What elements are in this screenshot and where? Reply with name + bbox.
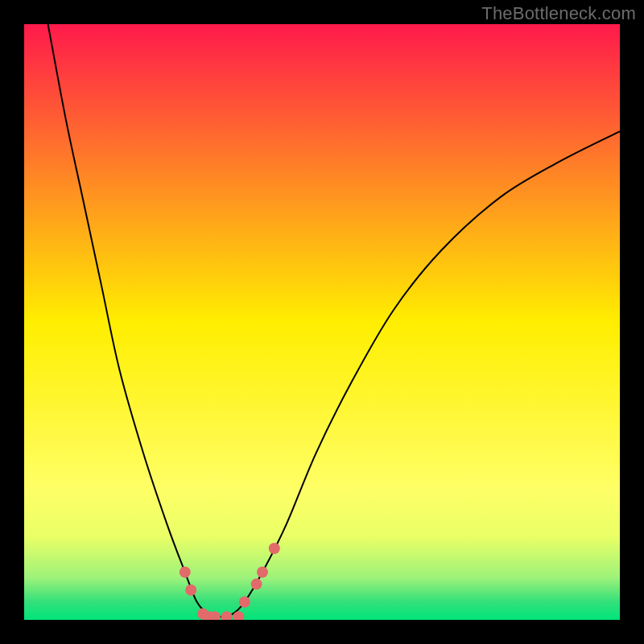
plot-background [24,24,620,620]
highlight-point [269,543,280,554]
bottleneck-chart [24,24,620,620]
highlight-point [180,567,191,578]
watermark-text: TheBottleneck.com [481,3,636,24]
highlight-point [257,567,268,578]
highlight-point [251,579,262,590]
highlight-point [185,584,196,596]
highlight-point [239,597,250,608]
chart-frame: TheBottleneck.com [0,0,644,644]
